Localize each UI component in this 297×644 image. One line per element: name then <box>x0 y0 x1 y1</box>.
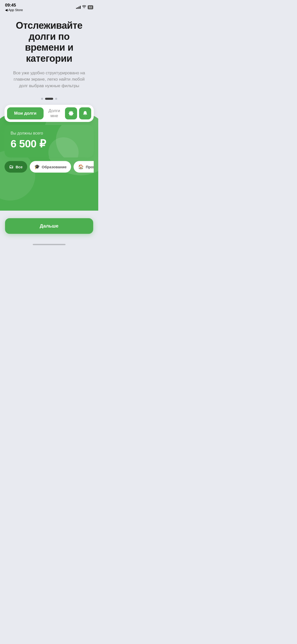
housing-icon: 🏠 <box>78 164 84 170</box>
green-section: Мои долги Долги мне Вы должны всего 6 50… <box>0 105 98 211</box>
bell-icon <box>82 111 88 116</box>
notifications-button[interactable] <box>79 107 91 119</box>
status-time: 09:45 <box>5 3 16 8</box>
home-indicator <box>0 244 98 248</box>
all-icon: 🗂 <box>9 164 14 170</box>
wifi-icon <box>82 5 86 10</box>
filter-education-label: Образование <box>42 165 67 169</box>
settings-button[interactable] <box>65 107 77 119</box>
filter-all[interactable]: 🗂 Все <box>5 161 27 173</box>
dot-1 <box>41 98 43 100</box>
status-bar: 09:45 ◀ App Store 53 <box>0 0 98 13</box>
filter-housing-label: Проживание и а... <box>86 165 94 169</box>
dot-3 <box>55 98 57 100</box>
signal-icon <box>76 6 81 9</box>
gear-icon <box>68 111 74 116</box>
filter-row: 🗂 Все 🎓 Образование 🏠 Проживание и а... <box>5 161 94 174</box>
dot-2-active <box>45 98 53 100</box>
page-headline: Отслеживайте долги по времени и категори… <box>8 20 91 64</box>
main-content: Отслеживайте долги по времени и категори… <box>0 13 98 89</box>
next-button[interactable]: Дальше <box>5 218 93 234</box>
filter-housing[interactable]: 🏠 Проживание и а... <box>74 161 94 173</box>
tab-my-debts[interactable]: Мои долги <box>7 107 44 119</box>
bottom-area: Дальше <box>0 211 98 244</box>
status-left: 09:45 ◀ App Store <box>5 3 23 12</box>
balance-card: Вы должны всего 6 500 ₽ <box>5 125 94 157</box>
tab-debts-to-me[interactable]: Долги мне <box>46 108 63 118</box>
status-right: 53 <box>76 5 93 10</box>
app-store-back[interactable]: ◀ App Store <box>5 8 23 12</box>
battery-indicator: 53 <box>88 5 93 9</box>
filter-education[interactable]: 🎓 Образование <box>30 161 71 173</box>
card-container: Мои долги Долги мне Вы должны всего 6 50… <box>5 105 94 174</box>
filter-all-label: Все <box>16 165 23 169</box>
page-subheadline: Все уже удобно структурировано на главно… <box>8 70 91 89</box>
home-bar <box>33 244 65 245</box>
pagination-dots <box>0 98 98 100</box>
tab-card: Мои долги Долги мне <box>5 105 94 122</box>
education-icon: 🎓 <box>34 164 40 170</box>
